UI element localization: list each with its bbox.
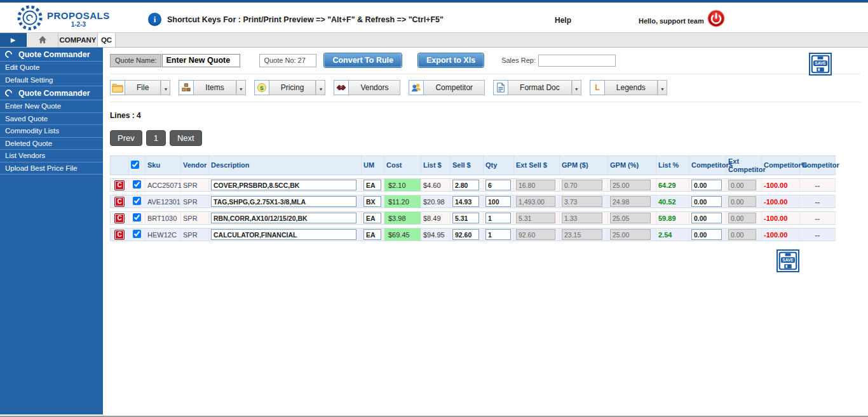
competitor-cell: --	[800, 195, 836, 208]
ext-competitor-field	[728, 213, 756, 223]
row-action-button[interactable]: C	[114, 180, 125, 190]
list-pct-cell: 59.89	[656, 211, 689, 225]
um-input[interactable]	[363, 229, 381, 240]
competitor-dollar-input[interactable]	[691, 213, 722, 223]
tab-home[interactable]	[27, 33, 58, 47]
legends-menu-button[interactable]: Legends	[605, 80, 658, 95]
header-competitor-pct: Competitor%	[762, 156, 800, 175]
header-ext-competitor: Ext Competitor	[726, 156, 762, 175]
competitor-menu-button[interactable]: Competitor	[424, 80, 485, 95]
folder-icon[interactable]	[110, 80, 125, 95]
header-list: List $	[421, 156, 451, 175]
sidebar-header-quote-commander-2[interactable]: Quote Commander	[0, 86, 103, 100]
competitor-dollar-input[interactable]	[691, 229, 722, 240]
page-1-button[interactable]: 1	[146, 130, 166, 146]
pricing-icon[interactable]: $	[254, 80, 269, 95]
row-checkbox[interactable]	[133, 213, 141, 222]
play-arrow-icon: ▶	[11, 37, 15, 43]
sell-input[interactable]	[452, 196, 479, 207]
sidebar-header-quote-commander-1[interactable]: Quote Commander	[0, 48, 103, 62]
format-doc-menu-button[interactable]: Format Doc	[508, 80, 572, 95]
sell-input[interactable]	[452, 180, 479, 190]
um-input[interactable]	[363, 213, 381, 223]
list-pct-cell: 40.52	[656, 195, 689, 208]
next-page-button[interactable]: Next	[170, 130, 202, 146]
qty-input[interactable]	[485, 213, 511, 223]
row-checkbox[interactable]	[133, 230, 141, 238]
sidebar-item-upload-best-price-file[interactable]: Upload Best Price File	[0, 162, 103, 175]
vendors-menu-button[interactable]: Vendors	[349, 80, 400, 95]
header-description: Description	[209, 156, 362, 175]
sidebar-header-label: Quote Commander	[18, 50, 90, 59]
sidebar-item-commodity-lists[interactable]: Commodity Lists	[0, 125, 103, 138]
um-input[interactable]	[363, 196, 381, 207]
document-icon[interactable]	[493, 80, 508, 95]
description-input[interactable]	[211, 229, 356, 240]
items-icon[interactable]	[179, 80, 194, 95]
convert-to-rule-button[interactable]: Convert To Rule	[324, 53, 402, 67]
sidebar-item-enter-new-quote[interactable]: Enter New Quote	[0, 100, 103, 113]
row-checkbox[interactable]	[133, 180, 141, 189]
format-doc-menu-arrow[interactable]: ▼	[572, 80, 581, 95]
competitor-pct-cell: -100.00	[762, 178, 800, 192]
sidebar-item-saved-quote[interactable]: Saved Quote	[0, 113, 103, 126]
file-menu-arrow[interactable]: ▼	[161, 80, 170, 95]
row-checkbox[interactable]	[133, 197, 141, 205]
sidebar-item-default-setting[interactable]: Default Setting	[0, 74, 103, 87]
row-action-button[interactable]: C	[114, 230, 125, 240]
help-link[interactable]: Help	[555, 16, 571, 25]
row-action-button[interactable]: C	[114, 197, 125, 207]
ext-sell-field	[516, 196, 555, 207]
header-cost: Cost	[384, 156, 421, 175]
competitor-pct-cell: -100.00	[762, 195, 800, 208]
qty-input[interactable]	[485, 229, 511, 240]
pricing-menu-button[interactable]: Pricing	[269, 80, 316, 95]
ext-competitor-field	[728, 229, 756, 240]
competitor-cell: --	[800, 228, 836, 241]
legends-icon[interactable]: L	[590, 80, 605, 95]
sidebar-header-label: Quote Commander	[18, 89, 90, 98]
description-input[interactable]	[211, 196, 356, 207]
handshake-icon[interactable]	[334, 80, 349, 95]
quote-name-input[interactable]	[162, 54, 240, 67]
tab-company[interactable]: COMPANY	[58, 33, 98, 47]
sell-input[interactable]	[452, 229, 479, 240]
select-all-checkbox[interactable]	[131, 161, 139, 169]
tab-qc[interactable]: QC	[98, 33, 116, 47]
competitor-cell: --	[800, 178, 836, 192]
svg-text:$: $	[260, 84, 264, 91]
competitor-dollar-input[interactable]	[691, 196, 722, 207]
header-action-col	[110, 156, 129, 175]
qty-input[interactable]	[485, 180, 511, 190]
tab-expand-arrow[interactable]: ▶	[0, 33, 27, 47]
pricing-menu-arrow[interactable]: ▼	[316, 80, 325, 95]
chevron-down-icon: ▼	[660, 87, 665, 91]
sku-cell: ACC25071	[146, 178, 181, 192]
qty-input[interactable]	[485, 196, 511, 207]
items-menu-arrow[interactable]: ▼	[236, 80, 246, 95]
people-icon[interactable]	[409, 80, 424, 95]
description-input[interactable]	[211, 213, 356, 223]
sales-rep-input[interactable]	[538, 55, 616, 67]
competitor-dollar-input[interactable]	[691, 180, 722, 190]
save-button-top[interactable]: SAVE	[809, 53, 832, 76]
app-header: PROPOSALS 1-2-3 i Shortcut Keys For : Pr…	[0, 3, 868, 33]
description-input[interactable]	[211, 180, 356, 190]
table-row: C ACC25071 SPR $2.10 $4.60 64.29	[110, 178, 836, 192]
sidebar-item-edit-quote[interactable]: Edit Quote	[0, 62, 103, 74]
row-action-button[interactable]: C	[114, 213, 125, 223]
gpm-pct-field	[610, 229, 651, 240]
file-menu-button[interactable]: File	[125, 80, 161, 95]
cost-cell: $11.20	[384, 195, 421, 208]
save-button-bottom[interactable]: SAVE	[776, 249, 799, 272]
um-input[interactable]	[363, 180, 381, 190]
header-ext-sell: Ext Sell $	[514, 156, 560, 175]
sidebar-item-deleted-quote[interactable]: Deleted Quote	[0, 138, 103, 150]
legends-menu-arrow[interactable]: ▼	[658, 80, 667, 95]
items-menu-button[interactable]: Items	[194, 80, 236, 95]
sidebar-item-list-vendors[interactable]: List Vendors	[0, 150, 103, 162]
logout-power-icon[interactable]	[707, 10, 725, 27]
prev-page-button[interactable]: Prev	[110, 130, 142, 146]
export-to-xls-button[interactable]: Export to Xls	[418, 53, 484, 67]
sell-input[interactable]	[452, 213, 479, 223]
